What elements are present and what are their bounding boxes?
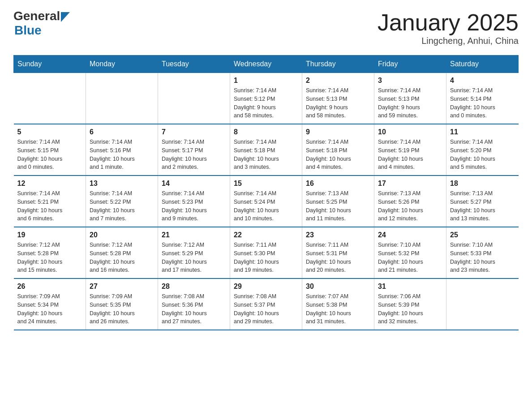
svg-marker-0	[61, 12, 70, 22]
day-number: 28	[162, 283, 226, 291]
day-number: 11	[450, 128, 515, 136]
calendar-day-cell	[158, 73, 230, 124]
day-info: Sunrise: 7:11 AM Sunset: 5:31 PM Dayligh…	[306, 241, 370, 274]
day-number: 7	[162, 128, 226, 136]
day-number: 13	[90, 180, 154, 188]
calendar-day-cell: 28Sunrise: 7:08 AM Sunset: 5:36 PM Dayli…	[158, 278, 230, 330]
day-info: Sunrise: 7:14 AM Sunset: 5:13 PM Dayligh…	[378, 86, 442, 120]
day-number: 25	[450, 231, 515, 239]
day-number: 18	[450, 180, 515, 188]
calendar-day-cell: 30Sunrise: 7:07 AM Sunset: 5:38 PM Dayli…	[302, 278, 374, 330]
day-info: Sunrise: 7:09 AM Sunset: 5:34 PM Dayligh…	[17, 292, 82, 326]
weekday-header-monday: Monday	[86, 56, 158, 73]
calendar-day-cell: 7Sunrise: 7:14 AM Sunset: 5:17 PM Daylig…	[158, 124, 230, 176]
day-info: Sunrise: 7:10 AM Sunset: 5:33 PM Dayligh…	[450, 241, 515, 274]
day-number: 15	[234, 180, 298, 188]
logo-triangle-icon	[61, 12, 70, 22]
day-info: Sunrise: 7:14 AM Sunset: 5:18 PM Dayligh…	[306, 138, 370, 171]
day-number: 17	[378, 180, 442, 188]
day-info: Sunrise: 7:14 AM Sunset: 5:16 PM Dayligh…	[90, 138, 154, 171]
page-header: General Blue January 2025 Lingcheng, Anh…	[13, 9, 519, 46]
day-info: Sunrise: 7:13 AM Sunset: 5:26 PM Dayligh…	[378, 189, 442, 223]
calendar-day-cell: 13Sunrise: 7:14 AM Sunset: 5:22 PM Dayli…	[86, 176, 158, 227]
calendar-day-cell: 5Sunrise: 7:14 AM Sunset: 5:15 PM Daylig…	[14, 124, 86, 176]
day-number: 27	[90, 283, 154, 291]
calendar-week-row: 1Sunrise: 7:14 AM Sunset: 5:12 PM Daylig…	[14, 73, 519, 124]
calendar-week-row: 12Sunrise: 7:14 AM Sunset: 5:21 PM Dayli…	[14, 176, 519, 227]
calendar-day-cell: 27Sunrise: 7:09 AM Sunset: 5:35 PM Dayli…	[86, 278, 158, 330]
day-number: 14	[162, 180, 226, 188]
calendar-day-cell: 14Sunrise: 7:14 AM Sunset: 5:23 PM Dayli…	[158, 176, 230, 227]
day-info: Sunrise: 7:13 AM Sunset: 5:25 PM Dayligh…	[306, 189, 370, 223]
day-number: 16	[306, 180, 370, 188]
calendar-day-cell: 11Sunrise: 7:14 AM Sunset: 5:20 PM Dayli…	[446, 124, 519, 176]
day-number: 30	[306, 283, 370, 291]
day-number: 10	[378, 128, 442, 136]
calendar-day-cell: 31Sunrise: 7:06 AM Sunset: 5:39 PM Dayli…	[374, 278, 446, 330]
day-info: Sunrise: 7:14 AM Sunset: 5:14 PM Dayligh…	[450, 86, 515, 120]
day-number: 21	[162, 231, 226, 239]
calendar-header: SundayMondayTuesdayWednesdayThursdayFrid…	[14, 56, 519, 73]
day-info: Sunrise: 7:08 AM Sunset: 5:36 PM Dayligh…	[162, 292, 226, 326]
day-number: 24	[378, 231, 442, 239]
day-info: Sunrise: 7:10 AM Sunset: 5:32 PM Dayligh…	[378, 241, 442, 274]
day-number: 22	[234, 231, 298, 239]
logo: General Blue	[13, 9, 70, 38]
day-number: 2	[306, 77, 370, 85]
calendar-day-cell: 25Sunrise: 7:10 AM Sunset: 5:33 PM Dayli…	[446, 227, 519, 278]
calendar-day-cell: 22Sunrise: 7:11 AM Sunset: 5:30 PM Dayli…	[230, 227, 302, 278]
weekday-header-wednesday: Wednesday	[230, 56, 302, 73]
calendar-table: SundayMondayTuesdayWednesdayThursdayFrid…	[13, 55, 519, 330]
calendar-day-cell: 18Sunrise: 7:13 AM Sunset: 5:27 PM Dayli…	[446, 176, 519, 227]
day-info: Sunrise: 7:14 AM Sunset: 5:23 PM Dayligh…	[162, 189, 226, 223]
day-info: Sunrise: 7:14 AM Sunset: 5:17 PM Dayligh…	[162, 138, 226, 171]
day-number: 23	[306, 231, 370, 239]
month-title: January 2025	[378, 9, 519, 36]
calendar-day-cell: 26Sunrise: 7:09 AM Sunset: 5:34 PM Dayli…	[14, 278, 86, 330]
day-number: 6	[90, 128, 154, 136]
day-number: 26	[17, 283, 82, 291]
weekday-header-row: SundayMondayTuesdayWednesdayThursdayFrid…	[14, 56, 519, 73]
calendar-day-cell	[86, 73, 158, 124]
day-info: Sunrise: 7:07 AM Sunset: 5:38 PM Dayligh…	[306, 292, 370, 326]
day-info: Sunrise: 7:14 AM Sunset: 5:18 PM Dayligh…	[234, 138, 298, 171]
day-info: Sunrise: 7:12 AM Sunset: 5:28 PM Dayligh…	[17, 241, 82, 274]
calendar-day-cell: 15Sunrise: 7:14 AM Sunset: 5:24 PM Dayli…	[230, 176, 302, 227]
calendar-day-cell: 24Sunrise: 7:10 AM Sunset: 5:32 PM Dayli…	[374, 227, 446, 278]
day-number: 29	[234, 283, 298, 291]
day-info: Sunrise: 7:12 AM Sunset: 5:29 PM Dayligh…	[162, 241, 226, 274]
day-number: 9	[306, 128, 370, 136]
day-info: Sunrise: 7:14 AM Sunset: 5:21 PM Dayligh…	[17, 189, 82, 223]
calendar-day-cell: 6Sunrise: 7:14 AM Sunset: 5:16 PM Daylig…	[86, 124, 158, 176]
day-info: Sunrise: 7:09 AM Sunset: 5:35 PM Dayligh…	[90, 292, 154, 326]
location: Lingcheng, Anhui, China	[378, 36, 519, 46]
calendar-day-cell: 21Sunrise: 7:12 AM Sunset: 5:29 PM Dayli…	[158, 227, 230, 278]
calendar-week-row: 5Sunrise: 7:14 AM Sunset: 5:15 PM Daylig…	[14, 124, 519, 176]
calendar-day-cell: 4Sunrise: 7:14 AM Sunset: 5:14 PM Daylig…	[446, 73, 519, 124]
calendar-day-cell: 20Sunrise: 7:12 AM Sunset: 5:28 PM Dayli…	[86, 227, 158, 278]
day-number: 5	[17, 128, 82, 136]
calendar-day-cell: 8Sunrise: 7:14 AM Sunset: 5:18 PM Daylig…	[230, 124, 302, 176]
day-info: Sunrise: 7:06 AM Sunset: 5:39 PM Dayligh…	[378, 292, 442, 326]
calendar-day-cell	[446, 278, 519, 330]
calendar-day-cell: 23Sunrise: 7:11 AM Sunset: 5:31 PM Dayli…	[302, 227, 374, 278]
calendar-body: 1Sunrise: 7:14 AM Sunset: 5:12 PM Daylig…	[14, 73, 519, 330]
day-info: Sunrise: 7:13 AM Sunset: 5:27 PM Dayligh…	[450, 189, 515, 223]
day-info: Sunrise: 7:14 AM Sunset: 5:13 PM Dayligh…	[306, 86, 370, 120]
day-info: Sunrise: 7:14 AM Sunset: 5:22 PM Dayligh…	[90, 189, 154, 223]
day-info: Sunrise: 7:12 AM Sunset: 5:28 PM Dayligh…	[90, 241, 154, 274]
weekday-header-friday: Friday	[374, 56, 446, 73]
weekday-header-sunday: Sunday	[14, 56, 86, 73]
calendar-day-cell: 12Sunrise: 7:14 AM Sunset: 5:21 PM Dayli…	[14, 176, 86, 227]
day-number: 19	[17, 231, 82, 239]
calendar-day-cell: 10Sunrise: 7:14 AM Sunset: 5:19 PM Dayli…	[374, 124, 446, 176]
day-info: Sunrise: 7:08 AM Sunset: 5:37 PM Dayligh…	[234, 292, 298, 326]
calendar-day-cell: 3Sunrise: 7:14 AM Sunset: 5:13 PM Daylig…	[374, 73, 446, 124]
logo-blue-text: Blue	[14, 23, 70, 38]
weekday-header-saturday: Saturday	[446, 56, 519, 73]
calendar-day-cell: 16Sunrise: 7:13 AM Sunset: 5:25 PM Dayli…	[302, 176, 374, 227]
calendar-day-cell: 17Sunrise: 7:13 AM Sunset: 5:26 PM Dayli…	[374, 176, 446, 227]
day-number: 12	[17, 180, 82, 188]
calendar-day-cell: 19Sunrise: 7:12 AM Sunset: 5:28 PM Dayli…	[14, 227, 86, 278]
day-info: Sunrise: 7:14 AM Sunset: 5:12 PM Dayligh…	[234, 86, 298, 120]
